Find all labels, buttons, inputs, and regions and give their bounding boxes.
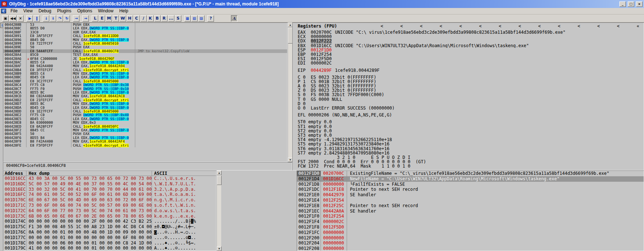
cpu-window-icon[interactable]: C <box>1 9 6 13</box>
flag-row[interactable]: C 0 ES 0023 32bit 0(FFFFFFFF) <box>298 75 644 79</box>
pane-scroll-arrow-icon[interactable]: < <box>479 24 482 29</box>
menu-item-plugins[interactable]: Plugins <box>54 8 74 15</box>
dump-row[interactable]: 001D176C0A 00 00 00 01 00 00 00 48 00 1D… <box>3 230 216 235</box>
disassembly-scrollbar[interactable]: ▲ ▼ <box>288 22 292 162</box>
memory-window-button[interactable]: M <box>106 15 112 22</box>
maximize-button[interactable]: □ <box>628 1 634 7</box>
dump-row[interactable]: 001D16DC5C 00 57 00 49 00 4E 00 37 00 55… <box>3 181 216 187</box>
windows-window-button[interactable]: W <box>119 15 126 22</box>
dump-row[interactable]: 001D16EC33 00 32 00 5C 00 41 00 70 00 70… <box>3 187 216 192</box>
scroll-up-icon[interactable]: ▲ <box>217 170 222 175</box>
dump-row[interactable]: 001D171C73 00 6F 00 66 00 74 00 5C 00 57… <box>3 203 216 208</box>
dump-scrollbar[interactable]: ▲ ▼ <box>216 170 221 251</box>
disasm-row[interactable]: 004428A6↓0F84 C3000000JE 1cefe918.004429… <box>3 57 287 61</box>
dump-row[interactable]: 001D173C6B 00 65 00 6E 00 67 00 2E 00 65… <box>3 214 216 219</box>
register-row[interactable]: ECX00000000 <box>298 34 644 39</box>
dump-row[interactable]: 001D177C00 00 00 00 01 00 00 00 00 00 00… <box>3 235 216 240</box>
fst-row[interactable]: FST 2000 Cond 0 0 0 0 Err 0 0 0 0 0 0 0 … <box>298 160 644 164</box>
disasm-row[interactable]: 00442899E8 7227FCFFCALL 1cefe918.0040501… <box>3 42 287 45</box>
disasm-row[interactable]: 0044288C8D55 D0LEA EDX,DWORD PTR SS:[EBP… <box>3 26 287 30</box>
stack-row[interactable]: 0012F20400000000 <box>297 240 644 246</box>
cpu-window-button[interactable]: C <box>133 15 140 22</box>
pane-scroll-arrow-icon[interactable]: < <box>380 24 383 29</box>
menu-item-view[interactable]: View <box>20 8 36 15</box>
executables-window-button[interactable]: E <box>99 15 105 22</box>
flag-row[interactable]: T 0 GS 0000 NULL <box>298 97 644 102</box>
run-button[interactable]: ▶ <box>26 15 33 22</box>
disasm-row[interactable]: 004428F28B45 CCMOV EAX,DWORD PTR SS:[EBP… <box>3 128 287 132</box>
menu-item-options[interactable]: Options <box>74 8 95 15</box>
stack-row[interactable]: 0012F1D00020700CExistingFileName = "C:\_… <box>297 171 644 176</box>
flag-row[interactable]: P 1 CS 001B 32bit 0(FFFFFFFF) <box>298 79 644 84</box>
menu-item-window[interactable]: Window <box>95 8 116 15</box>
stack-row[interactable]: 0012F1DC0012F1E8Pointer to next SEH reco… <box>297 187 644 192</box>
log-window-button[interactable]: L <box>92 15 98 22</box>
plugin-button[interactable]: A <box>231 15 238 22</box>
register-row[interactable]: EIP0044289F1cefe918.0044289F <box>298 68 644 73</box>
restart-button[interactable]: ◀◀ <box>9 15 17 22</box>
disasm-row[interactable]: 0044289FE8 5444FCFFCALL 1cefe918.00406CF… <box>3 49 287 53</box>
patches-window-button[interactable]: / <box>140 15 147 22</box>
pane-scroll-arrow-icon[interactable]: < <box>597 24 600 29</box>
disasm-row[interactable]: 004428FEE8 F5FDFCFFCALL <1cefe918.decryp… <box>3 144 287 147</box>
disasm-row[interactable]: 004428E2FF75 C0PUSH DWORD PTR SS:[EBP-0x… <box>3 113 287 117</box>
stack-row[interactable]: 0012F1E000442979SE handler <box>297 192 644 198</box>
pane-scroll-arrow-icon[interactable]: < <box>459 24 462 29</box>
stack-row[interactable]: 0012F1D800000000└FailIfExists = FALSE <box>297 182 644 187</box>
pause-button[interactable]: ‖ <box>33 15 40 22</box>
pane-scroll-arrow-icon[interactable]: < <box>538 24 541 29</box>
disasm-row[interactable]: 004428E8BA 03000000MOV EDX,0x3 <box>3 121 287 124</box>
disasm-row[interactable]: 004428BFE8 3C27FCFFCALL 1cefe918.0040500… <box>3 79 287 83</box>
register-row[interactable]: EBX001D16CCUNICODE "C:\Users\WIN7ULT32\A… <box>298 44 644 48</box>
disasm-row[interactable]: 004428D78B55 BCMOV EDX,DWORD PTR SS:[EBP… <box>3 102 287 106</box>
dump-row[interactable]: 001D175CF1 30 00 08 40 55 1C 00 A8 23 1D… <box>3 224 216 230</box>
source-window-button[interactable]: S <box>175 15 181 22</box>
pane-scroll-arrow-icon[interactable]: < <box>400 24 403 29</box>
disasm-row[interactable]: 004428E58D45 CCLEA EAX,DWORD PTR SS:[EBP… <box>3 117 287 121</box>
disasm-row[interactable]: 004428DDE8 1E27FCFFCALL 1cefe918.0040500… <box>3 110 287 113</box>
stack-row[interactable]: 0012F1F40000002C <box>297 219 644 225</box>
dump-row[interactable]: 001D178C00 00 00 00 06 00 00 00 01 00 00… <box>3 240 216 246</box>
disasm-row[interactable]: 004428DA8D45 C0LEA EAX,DWORD PTR SS:[EBP… <box>3 106 287 110</box>
disasm-row[interactable]: 004428F68D55 B4LEA EDX,DWORD PTR SS:[EBP… <box>3 136 287 140</box>
flag-row[interactable]: A 0 SS 0023 32bit 0(FFFFFFFF) <box>298 84 644 88</box>
disasm-row[interactable]: 004428F550PUSH EAX <box>3 132 287 136</box>
flag-row[interactable]: O 0 LastErr ERROR_SUCCESS (00000000) <box>298 106 644 110</box>
menu-item-help[interactable]: Help <box>116 8 131 15</box>
disasm-row[interactable]: 004428F9B8 F42A4400MOV EAX,1cefe918.0044… <box>3 140 287 143</box>
dump-row[interactable]: 001D16CC43 00 3A 00 5C 00 55 00 73 00 65… <box>3 176 216 181</box>
disasm-row[interactable]: 0044288F33C0XOR EAX,EAX <box>3 30 287 34</box>
pane-scroll-arrow-icon[interactable]: < <box>420 24 422 29</box>
flag-row[interactable]: Z 0 DS 0023 32bit 0(FFFFFFFF) <box>298 88 644 92</box>
disasm-row[interactable]: 0044289E50PUSH EAX <box>3 45 287 49</box>
fpu-register-row[interactable]: ST3 empty 0.0 <box>298 133 644 137</box>
scroll-down-icon[interactable]: ▼ <box>217 246 222 251</box>
fpu-register-row[interactable]: ST5 empty 1.2948291317530723840e+16 <box>298 142 644 146</box>
efl-row[interactable]: EFL 00000206 (NO,NB,NE,A,NS,PE,GE,G) <box>298 113 644 117</box>
stack-row[interactable]: 0012F1FC00000000 <box>297 230 644 235</box>
disasm-row[interactable]: 004428A485C0TEST EAX,EAX <box>3 53 287 57</box>
close-program-button[interactable]: × <box>17 15 24 22</box>
fpu-register-row[interactable]: ST7 empty 2.8429488050470958080e+16 <box>298 151 644 155</box>
menu-item-file[interactable]: File <box>8 8 20 15</box>
register-row[interactable]: EBP0012F254 <box>298 52 644 57</box>
disasm-row[interactable]: 00442891E8 3AF5FCFFCALL 1cefe918.00411DD… <box>3 34 287 38</box>
animate-into-button[interactable]: ↷ <box>57 15 63 22</box>
goto-address-button[interactable]: ⇒ <box>82 15 89 22</box>
fpu-register-row[interactable]: ST6 empty 3.0118316345636341760e+16 <box>298 147 644 151</box>
fpu-register-row[interactable]: ST0 empty 0.0 <box>298 120 644 124</box>
register-row[interactable]: EDX0012F222 <box>298 39 644 43</box>
register-row[interactable]: EDI0000002C <box>298 61 644 65</box>
step-into-button[interactable]: ↓ <box>43 15 49 22</box>
threads-window-button[interactable]: T <box>112 15 119 22</box>
menu-item-debug[interactable]: Debug <box>36 8 54 15</box>
register-row[interactable]: EAX0020700CUNICODE "C:\_virus\1cefe918ae… <box>298 30 644 34</box>
disasm-row[interactable]: 004428AFB8 942A4400MOV EAX,1cefe918.0044… <box>3 64 287 68</box>
exec-till-return-button[interactable]: → <box>73 15 79 22</box>
dump-row[interactable]: 001D16FC74 00 61 00 5C 00 52 00 6F 00 61… <box>3 192 216 197</box>
fpu-register-row[interactable]: ST2 empty 0.0 <box>298 129 644 133</box>
pane-scroll-arrow-icon[interactable]: < <box>439 24 442 29</box>
fpu-register-row[interactable]: ST1 empty 0.0 <box>298 124 644 129</box>
minimize-button[interactable]: _ <box>619 1 626 7</box>
appearance-button-2[interactable]: ▧ <box>191 15 198 22</box>
